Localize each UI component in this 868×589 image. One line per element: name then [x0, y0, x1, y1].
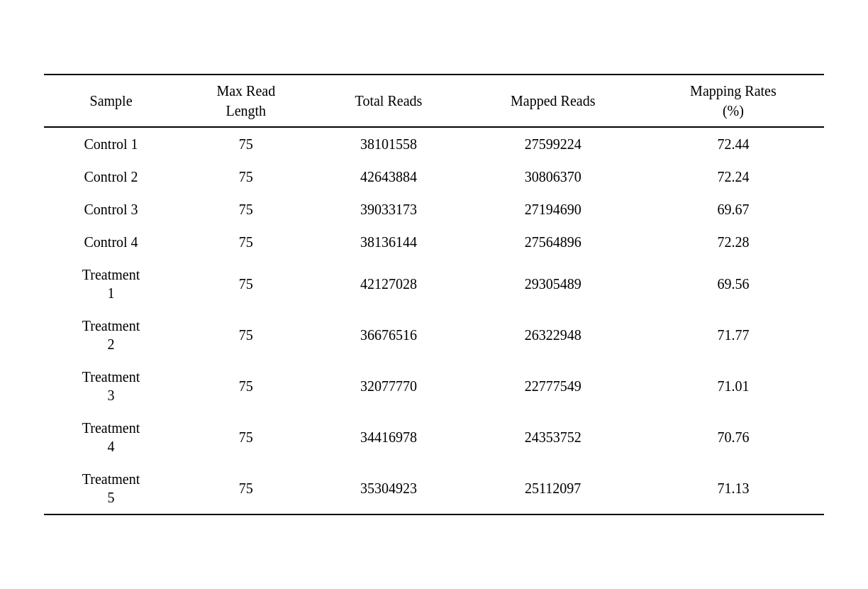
- cell-mapped-reads: 30806370: [464, 160, 642, 193]
- cell-total-reads: 32077770: [313, 360, 463, 412]
- cell-total-reads: 42127028: [313, 258, 463, 309]
- cell-max-read-length: 75: [178, 127, 313, 160]
- cell-mapping-rates: 72.24: [642, 160, 824, 193]
- cell-mapped-reads: 26322948: [464, 309, 642, 360]
- cell-mapping-rates: 71.13: [642, 463, 824, 514]
- cell-total-reads: 39033173: [313, 193, 463, 226]
- cell-mapped-reads: 27194690: [464, 193, 642, 226]
- cell-mapped-reads: 22777549: [464, 360, 642, 412]
- cell-total-reads: 36676516: [313, 309, 463, 360]
- cell-mapped-reads: 29305489: [464, 258, 642, 309]
- cell-mapping-rates: 70.76: [642, 412, 824, 463]
- table-row: Control 475381361442756489672.28: [44, 226, 824, 258]
- cell-mapping-rates: 71.77: [642, 309, 824, 360]
- header-total-reads: Total Reads: [313, 75, 463, 127]
- cell-max-read-length: 75: [178, 463, 313, 514]
- cell-total-reads: 38136144: [313, 226, 463, 258]
- table-row: Treatment275366765162632294871.77: [44, 309, 824, 360]
- cell-max-read-length: 75: [178, 258, 313, 309]
- cell-sample: Control 2: [44, 160, 178, 193]
- cell-mapping-rates: 71.01: [642, 360, 824, 412]
- cell-sample: Treatment3: [44, 360, 178, 412]
- cell-mapped-reads: 25112097: [464, 463, 642, 514]
- data-table: Sample Max Read Length Total Reads Mappe…: [44, 74, 824, 515]
- header-sample: Sample: [44, 75, 178, 127]
- table-row: Treatment175421270282930548969.56: [44, 258, 824, 309]
- cell-mapping-rates: 69.56: [642, 258, 824, 309]
- table-row: Treatment475344169782435375270.76: [44, 412, 824, 463]
- cell-mapping-rates: 72.44: [642, 127, 824, 160]
- cell-mapped-reads: 27599224: [464, 127, 642, 160]
- cell-mapped-reads: 27564896: [464, 226, 642, 258]
- cell-sample: Treatment4: [44, 412, 178, 463]
- cell-max-read-length: 75: [178, 412, 313, 463]
- cell-sample: Control 1: [44, 127, 178, 160]
- header-max-read-length: Max Read Length: [178, 75, 313, 127]
- cell-mapping-rates: 69.67: [642, 193, 824, 226]
- cell-max-read-length: 75: [178, 193, 313, 226]
- cell-total-reads: 34416978: [313, 412, 463, 463]
- cell-sample: Treatment1: [44, 258, 178, 309]
- cell-mapped-reads: 24353752: [464, 412, 642, 463]
- table-row: Treatment575353049232511209771.13: [44, 463, 824, 514]
- cell-total-reads: 42643884: [313, 160, 463, 193]
- cell-max-read-length: 75: [178, 309, 313, 360]
- header-mapped-reads: Mapped Reads: [464, 75, 642, 127]
- table-row: Control 175381015582759922472.44: [44, 127, 824, 160]
- table-row: Control 275426438843080637072.24: [44, 160, 824, 193]
- table-header-row: Sample Max Read Length Total Reads Mappe…: [44, 75, 824, 127]
- table-row: Control 375390331732719469069.67: [44, 193, 824, 226]
- table-row: Treatment375320777702277754971.01: [44, 360, 824, 412]
- cell-max-read-length: 75: [178, 360, 313, 412]
- cell-sample: Treatment5: [44, 463, 178, 514]
- cell-sample: Control 3: [44, 193, 178, 226]
- cell-sample: Control 4: [44, 226, 178, 258]
- header-mapping-rates: Mapping Rates (%): [642, 75, 824, 127]
- cell-sample: Treatment2: [44, 309, 178, 360]
- cell-total-reads: 35304923: [313, 463, 463, 514]
- cell-max-read-length: 75: [178, 160, 313, 193]
- cell-max-read-length: 75: [178, 226, 313, 258]
- table-container: Sample Max Read Length Total Reads Mappe…: [44, 74, 824, 515]
- cell-mapping-rates: 72.28: [642, 226, 824, 258]
- cell-total-reads: 38101558: [313, 127, 463, 160]
- table-body: Control 175381015582759922472.44Control …: [44, 127, 824, 514]
